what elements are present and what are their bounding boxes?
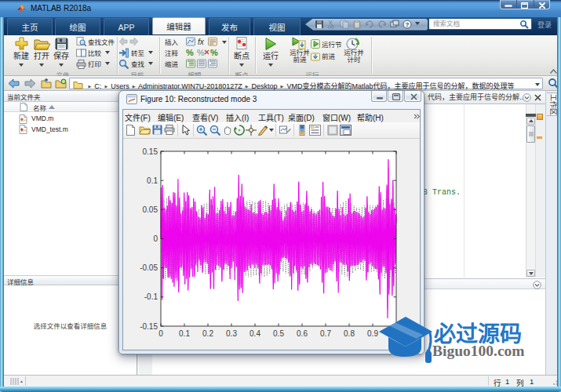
svg-text:0.4: 0.4 — [250, 329, 260, 338]
svg-text:0.8: 0.8 — [344, 329, 355, 338]
svg-text:%: % — [210, 48, 218, 57]
svg-text:0.1: 0.1 — [147, 176, 158, 185]
svg-text:0.3: 0.3 — [226, 329, 237, 338]
svg-text:0: 0 — [153, 234, 158, 243]
svg-text:0.1: 0.1 — [179, 329, 190, 338]
svg-text:?: ? — [406, 21, 410, 28]
svg-text:-0.05: -0.05 — [140, 263, 158, 272]
svg-text:0.2: 0.2 — [202, 329, 213, 338]
svg-text:0.15: 0.15 — [143, 147, 158, 156]
svg-text:%: % — [186, 48, 194, 57]
svg-text:%: % — [197, 48, 205, 57]
svg-text:0: 0 — [158, 329, 163, 338]
svg-text:fx: fx — [198, 38, 205, 46]
svg-text:-0.1: -0.1 — [144, 292, 158, 301]
svg-text:0.05: 0.05 — [143, 205, 158, 214]
svg-text:0.6: 0.6 — [297, 329, 308, 338]
svg-text:-0.15: -0.15 — [140, 322, 158, 331]
svg-text:0.5: 0.5 — [273, 329, 284, 338]
svg-text:0.7: 0.7 — [320, 329, 331, 338]
